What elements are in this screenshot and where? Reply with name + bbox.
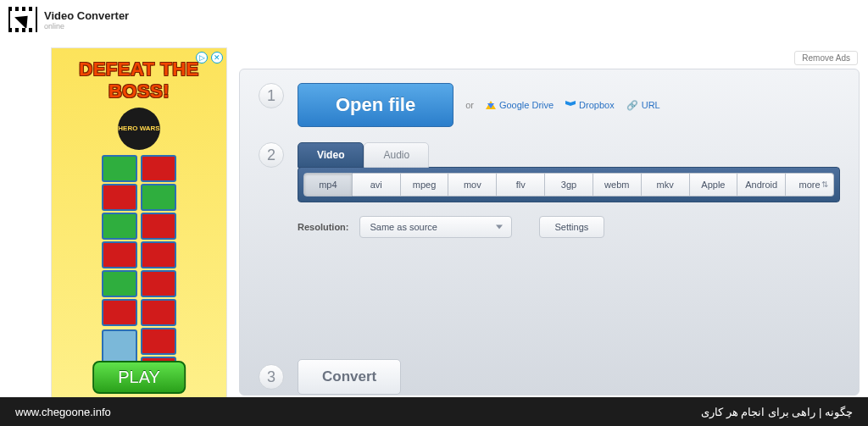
footer-right: چگونه | راهی برای انجام هر کاری	[701, 406, 853, 418]
google-drive-icon	[486, 101, 496, 109]
tab-video[interactable]: Video	[298, 142, 364, 168]
ad-game-art	[52, 155, 226, 384]
source-dropbox[interactable]: Dropbox	[565, 100, 615, 110]
format-bar: mp4 avi mpeg mov flv 3gp webm mkv Apple …	[298, 167, 840, 202]
footer-left: www.chegoone.info	[15, 406, 111, 418]
step-1: 1 Open file or Google Drive Dropbox 🔗 UR…	[259, 83, 840, 127]
format-mpeg[interactable]: mpeg	[401, 173, 449, 196]
main-area: ▷ ✕ DEFEAT THE BOSS! HERO WARS PLAY Remo…	[0, 39, 868, 403]
ad-play-button[interactable]: PLAY	[92, 361, 186, 394]
step-3-number: 3	[259, 364, 284, 390]
app-logo-icon	[8, 7, 37, 32]
resolution-label: Resolution:	[298, 222, 349, 232]
adchoices-icon[interactable]: ▷	[196, 52, 208, 64]
google-drive-label: Google Drive	[499, 100, 554, 110]
settings-button[interactable]: Settings	[539, 216, 605, 238]
tab-audio[interactable]: Audio	[364, 142, 429, 168]
format-mp4[interactable]: mp4	[303, 173, 353, 196]
format-apple[interactable]: Apple	[690, 173, 738, 196]
ad-hero-badge: HERO WARS	[118, 108, 160, 150]
step-1-number: 1	[259, 83, 284, 108]
source-google-drive[interactable]: Google Drive	[486, 100, 554, 110]
converter-panel-wrap: Remove Ads 1 Open file or Google Drive D…	[239, 47, 860, 403]
sidebar-ad[interactable]: ▷ ✕ DEFEAT THE BOSS! HERO WARS PLAY	[51, 47, 227, 403]
format-mkv[interactable]: mkv	[642, 173, 690, 196]
format-mov[interactable]: mov	[448, 173, 497, 196]
ad-close-icon[interactable]: ✕	[211, 52, 223, 64]
converter-panel: 1 Open file or Google Drive Dropbox 🔗 UR…	[239, 69, 860, 396]
step-2: 2 Video Audio mp4 avi mpeg mov flv 3gp w…	[259, 142, 840, 238]
link-icon: 🔗	[626, 100, 638, 111]
app-logo-text: Video Converter online	[44, 9, 129, 30]
step-2-number: 2	[259, 142, 284, 168]
resolution-row: Resolution: Same as source Settings	[298, 216, 840, 238]
remove-ads-button[interactable]: Remove Ads	[794, 51, 858, 65]
source-url[interactable]: 🔗 URL	[626, 100, 660, 111]
open-file-button[interactable]: Open file	[298, 83, 453, 127]
page-footer: www.chegoone.info چگونه | راهی برای انجا…	[0, 397, 868, 426]
app-subtitle: online	[44, 22, 129, 30]
dropbox-label: Dropbox	[579, 100, 615, 110]
dropbox-icon	[565, 100, 576, 110]
format-webm[interactable]: webm	[593, 173, 642, 196]
format-tabs: Video Audio	[298, 142, 840, 168]
app-title: Video Converter	[44, 9, 129, 22]
format-android[interactable]: Android	[737, 173, 786, 196]
app-header: Video Converter online	[0, 0, 868, 39]
format-flv[interactable]: flv	[497, 173, 545, 196]
format-3gp[interactable]: 3gp	[545, 173, 593, 196]
step-3: 3 Convert	[259, 359, 840, 395]
convert-button[interactable]: Convert	[298, 359, 401, 395]
or-label: or	[465, 100, 474, 110]
format-more[interactable]: more	[786, 173, 834, 196]
url-label: URL	[642, 100, 660, 110]
format-avi[interactable]: avi	[353, 173, 401, 196]
resolution-select[interactable]: Same as source	[359, 216, 512, 238]
